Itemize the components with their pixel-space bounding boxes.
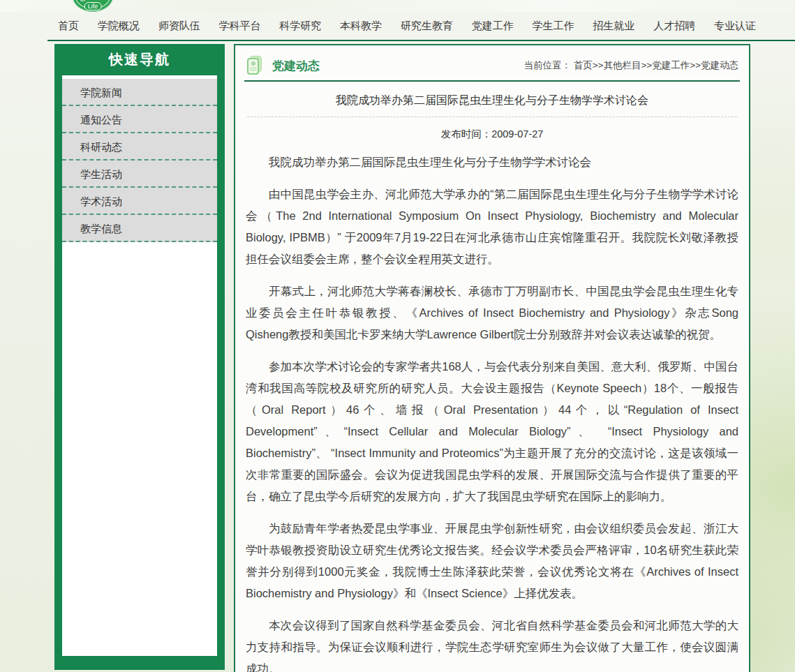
breadcrumb-link[interactable]: 其他栏目 bbox=[603, 60, 641, 70]
nav-item[interactable]: 首页 bbox=[58, 20, 79, 33]
publish-time: 发布时间：2009-07-27 bbox=[246, 128, 738, 141]
document-card-icon-front bbox=[247, 58, 259, 75]
document-card-icon-dot bbox=[251, 61, 255, 66]
logo-text-of: of bbox=[80, 0, 86, 3]
sidebar-item[interactable]: 科研动态 bbox=[62, 133, 217, 160]
sidebar-item[interactable]: 学生活动 bbox=[62, 160, 217, 188]
document-card-icon bbox=[246, 56, 264, 75]
nav-item[interactable]: 学院概况 bbox=[98, 20, 140, 33]
college-logo-icon[interactable]: of Life bbox=[73, 0, 113, 12]
article: 我院成功举办第二届国际昆虫生理生化与分子生物学学术讨论会 发布时间：2009-0… bbox=[242, 94, 742, 672]
breadcrumb-separator: >> bbox=[641, 60, 652, 70]
nav-item[interactable]: 招生就业 bbox=[593, 20, 634, 33]
breadcrumb-link[interactable]: 党建动态 bbox=[701, 60, 738, 70]
article-paragraph: 为鼓励青年学者热爱昆虫学事业、开展昆虫学创新性研究，由会议组织委员会发起、浙江大… bbox=[246, 518, 738, 604]
title-divider bbox=[247, 117, 737, 117]
breadcrumb-links: 首页>>其他栏目>>党建工作>>党建动态 bbox=[574, 60, 738, 70]
nav-item[interactable]: 本科教学 bbox=[340, 20, 382, 33]
breadcrumb-separator: >> bbox=[593, 60, 604, 70]
article-paragraph: 由中国昆虫学会主办、河北师范大学承办的“第二届国际昆虫生理生化与分子生物学学术讨… bbox=[246, 184, 738, 270]
nav-item[interactable]: 人才招聘 bbox=[653, 20, 695, 33]
nav-item[interactable]: 学生工作 bbox=[533, 20, 574, 33]
quick-nav-sidebar: 快速导航 学院新闻通知公告科研动态学生活动学术活动教学信息 bbox=[54, 44, 225, 670]
sidebar-menu: 学院新闻通知公告科研动态学生活动学术活动教学信息 bbox=[62, 75, 217, 656]
sidebar-item[interactable]: 通知公告 bbox=[62, 106, 217, 133]
article-paragraph: 本次会议得到了国家自然科学基金委员会、河北省自然科学基金委员会和河北师范大学的大… bbox=[246, 615, 738, 672]
breadcrumb-link[interactable]: 党建工作 bbox=[652, 60, 690, 70]
article-paragraph: 我院成功举办第二届国际昆虫生理生化与分子生物学学术讨论会 bbox=[246, 151, 738, 173]
nav-item[interactable]: 师资队伍 bbox=[158, 20, 200, 33]
breadcrumb-separator: >> bbox=[690, 60, 701, 70]
nav-item[interactable]: 学科平台 bbox=[218, 20, 260, 33]
breadcrumb-prefix: 当前位置： bbox=[523, 60, 571, 70]
section-title[interactable]: 党建动态 bbox=[272, 58, 320, 74]
nav-item[interactable]: 研究生教育 bbox=[401, 20, 453, 33]
sidebar-item[interactable]: 教学信息 bbox=[62, 215, 217, 242]
logo-text-life: Life bbox=[84, 2, 102, 10]
article-body: 我院成功举办第二届国际昆虫生理生化与分子生物学学术讨论会由中国昆虫学会主办、河北… bbox=[246, 151, 738, 672]
article-title: 我院成功举办第二届国际昆虫生理生化与分子生物学学术讨论会 bbox=[246, 94, 738, 108]
sidebar-title: 快速导航 bbox=[54, 44, 225, 75]
nav-item[interactable]: 科学研究 bbox=[279, 20, 321, 33]
content-panel: 党建动态 当前位置： 首页>>其他栏目>>党建工作>>党建动态 我院成功举办第二… bbox=[234, 44, 750, 672]
top-nav: 首页学院概况师资队伍学科平台科学研究本科教学研究生教育党建工作学生工作招生就业人… bbox=[0, 12, 795, 40]
article-paragraph: 参加本次学术讨论会的专家学者共168人，与会代表分别来自美国、意大利、俄罗斯、中… bbox=[246, 356, 738, 507]
sidebar-item[interactable]: 学术活动 bbox=[62, 188, 217, 215]
nav-item[interactable]: 专业认证 bbox=[714, 20, 756, 33]
top-banner: of Life bbox=[0, 0, 795, 12]
nav-underline bbox=[47, 40, 795, 41]
section-header: 党建动态 当前位置： 首页>>其他栏目>>党建工作>>党建动态 bbox=[244, 54, 740, 82]
nav-item[interactable]: 党建工作 bbox=[472, 20, 514, 33]
sidebar-item[interactable]: 学院新闻 bbox=[62, 79, 217, 106]
breadcrumb: 当前位置： 首页>>其他栏目>>党建工作>>党建动态 bbox=[523, 59, 738, 72]
document-card-icon-lines bbox=[250, 68, 256, 72]
breadcrumb-link[interactable]: 首页 bbox=[574, 60, 593, 70]
article-paragraph: 开幕式上，河北师范大学蒋春澜校长、承德市丁万明副市长、中国昆虫学会昆虫生理生化专… bbox=[246, 281, 738, 345]
page: of Life 首页学院概况师资队伍学科平台科学研究本科教学研究生教育党建工作学… bbox=[0, 0, 795, 672]
